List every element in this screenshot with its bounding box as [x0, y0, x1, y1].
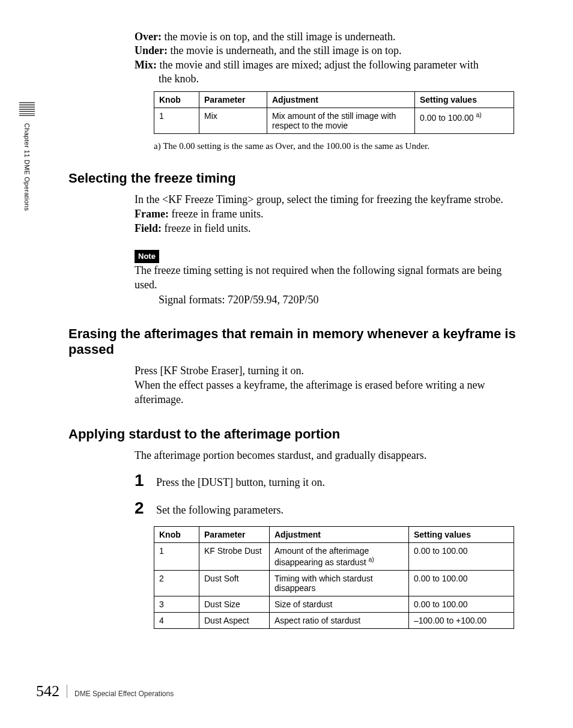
cell-adjustment: Size of stardust: [270, 596, 409, 612]
footer-section-title: DME Special Effect Operations: [74, 690, 174, 698]
table-row: 3 Dust Size Size of stardust 0.00 to 100…: [154, 596, 514, 612]
cell-setting: 0.00 to 100.00: [409, 543, 514, 571]
definition-frame: Frame: freeze in frame units.: [135, 207, 519, 221]
side-rail-lines: [19, 102, 35, 117]
cell-parameter: Dust Soft: [199, 570, 270, 596]
cell-knob: 1: [154, 543, 199, 571]
col-knob: Knob: [154, 91, 199, 108]
stardust-intro: The afterimage portion becomes stardust,…: [135, 448, 519, 463]
mix-parameter-table: Knob Parameter Adjustment Setting values…: [154, 91, 514, 134]
definition-over: Over: the movie is on top, and the still…: [135, 30, 519, 44]
definition-mix: Mix: the movie and still images are mixe…: [135, 58, 519, 86]
definition-under-text: the movie is underneath, and the still i…: [168, 44, 401, 56]
definition-under: Under: the movie is underneath, and the …: [135, 44, 519, 58]
freeze-timing-intro: In the <KF Freeze Timing> group, select …: [135, 192, 519, 207]
cell-knob: 1: [154, 108, 199, 133]
cell-knob: 4: [154, 612, 199, 628]
table-header-row: Knob Parameter Adjustment Setting values: [154, 91, 514, 108]
step-2-text: Set the following parameters.: [156, 504, 283, 517]
definition-under-label: Under:: [135, 44, 168, 56]
stardust-parameter-table: Knob Parameter Adjustment Setting values…: [154, 526, 514, 629]
cell-knob: 2: [154, 570, 199, 596]
heading-erasing-afterimages: Erasing the afterimages that remain in m…: [68, 326, 519, 357]
page-number: 542: [36, 682, 59, 700]
definition-frame-text: freeze in frame units.: [169, 208, 263, 220]
table-row: 4 Dust Aspect Aspect ratio of stardust –…: [154, 612, 514, 628]
note-formats: Signal formats: 720P/59.94, 720P/50: [159, 293, 519, 307]
definition-mix-text: the movie and still images are mixed; ad…: [157, 59, 479, 71]
definition-field-text: freeze in field units.: [162, 222, 250, 234]
table-row: 2 Dust Soft Timing with which stardust d…: [154, 570, 514, 596]
heading-freeze-timing: Selecting the freeze timing: [68, 171, 519, 186]
table-header-row: Knob Parameter Adjustment Setting values: [154, 527, 514, 543]
definition-over-text: the movie is on top, and the still image…: [162, 31, 395, 43]
step-1-number: 1: [135, 471, 156, 490]
col-setting: Setting values: [409, 527, 514, 543]
cell-adjustment: Mix amount of the still image with respe…: [267, 108, 415, 133]
col-adjustment: Adjustment: [270, 527, 409, 543]
cell-adjustment: Amount of the afterimage disappearing as…: [270, 543, 409, 571]
erase-p2: When the effect passes a keyframe, the a…: [135, 378, 519, 407]
note-tag: Note: [135, 250, 159, 263]
col-adjustment: Adjustment: [267, 91, 415, 108]
side-rail: Chapter 11 DME Operations: [18, 102, 36, 211]
side-chapter-label: Chapter 11 DME Operations: [23, 123, 31, 211]
cell-adjustment: Aspect ratio of stardust: [270, 612, 409, 628]
cell-setting: 0.00 to 100.00 a): [415, 108, 514, 133]
definition-frame-label: Frame:: [135, 208, 169, 220]
cell-parameter: Dust Aspect: [199, 612, 270, 628]
step-2-number: 2: [135, 499, 156, 518]
cell-parameter: Dust Size: [199, 596, 270, 612]
cell-adjustment: Timing with which stardust disappears: [270, 570, 409, 596]
definition-field: Field: freeze in field units.: [135, 221, 519, 235]
table1-footnote: a) The 0.00 setting is the same as Over,…: [154, 141, 519, 151]
definition-mix-text2: the knob.: [159, 72, 519, 86]
note-body: The freeze timing setting is not require…: [135, 263, 519, 293]
heading-applying-stardust: Applying stardust to the afterimage port…: [68, 426, 519, 442]
col-parameter: Parameter: [199, 91, 267, 108]
erase-p1: Press [KF Strobe Eraser], turning it on.: [135, 363, 519, 378]
cell-setting: 0.00 to 100.00: [409, 596, 514, 612]
cell-setting: 0.00 to 100.00: [409, 570, 514, 596]
step-1-text: Press the [DUST] button, turning it on.: [156, 476, 325, 489]
footer-divider: [67, 685, 67, 698]
definition-field-label: Field:: [135, 222, 162, 234]
cell-parameter: KF Strobe Dust: [199, 543, 270, 571]
step-1: 1 Press the [DUST] button, turning it on…: [135, 471, 519, 490]
col-knob: Knob: [154, 527, 199, 543]
definition-mix-label: Mix:: [135, 59, 157, 71]
table-row: 1 KF Strobe Dust Amount of the afterimag…: [154, 543, 514, 571]
col-parameter: Parameter: [199, 527, 270, 543]
step-2: 2 Set the following parameters.: [135, 499, 519, 518]
page-footer: 542 DME Special Effect Operations: [36, 682, 174, 700]
cell-setting: –100.00 to +100.00: [409, 612, 514, 628]
definition-over-label: Over:: [135, 31, 162, 43]
col-setting: Setting values: [415, 91, 514, 108]
cell-parameter: Mix: [199, 108, 267, 133]
cell-knob: 3: [154, 596, 199, 612]
table-row: 1 Mix Mix amount of the still image with…: [154, 108, 514, 133]
